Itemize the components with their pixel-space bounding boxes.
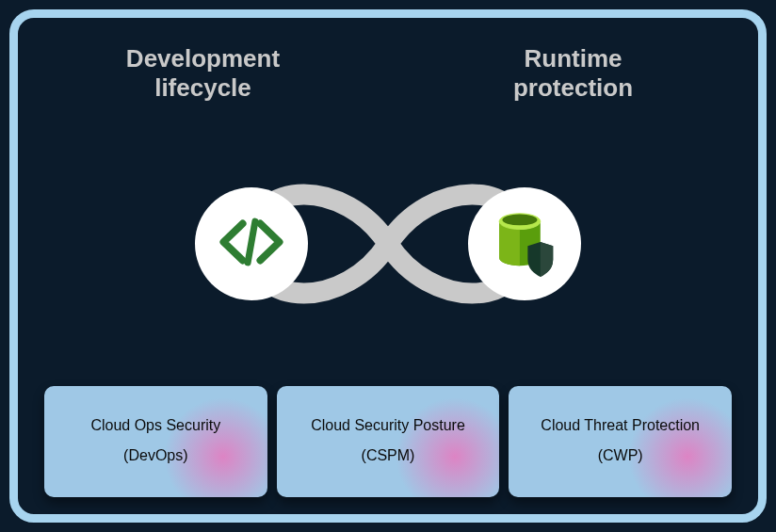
heading-runtime-protection: Runtime protection — [417, 44, 728, 103]
card-title: Cloud Threat Protection — [522, 417, 719, 434]
svg-line-0 — [248, 221, 255, 263]
heading-development-lifecycle: Development lifecycle — [47, 44, 358, 103]
card-cloud-security-posture: Cloud Security Posture (CSPM) — [277, 386, 500, 497]
card-title: Cloud Security Posture — [290, 417, 487, 434]
card-subtitle: (CSPM) — [290, 447, 487, 464]
badge-development — [195, 187, 308, 300]
headings-row: Development lifecycle Runtime protection — [18, 44, 758, 103]
card-cloud-ops-security: Cloud Ops Security (DevOps) — [44, 386, 267, 497]
code-icon — [215, 205, 288, 282]
heading-right-line2: protection — [513, 73, 633, 102]
svg-point-3 — [502, 215, 537, 226]
card-subtitle: (DevOps) — [57, 447, 254, 464]
database-shield-icon — [485, 202, 564, 285]
card-subtitle: (CWP) — [522, 447, 719, 464]
diagram-frame: Development lifecycle Runtime protection — [9, 9, 767, 523]
card-cloud-threat-protection: Cloud Threat Protection (CWP) — [509, 386, 732, 497]
infinity-loop — [143, 121, 633, 366]
heading-left-line2: lifecycle — [154, 73, 251, 102]
heading-right-line1: Runtime — [524, 44, 622, 73]
cards-row: Cloud Ops Security (DevOps) Cloud Securi… — [18, 386, 758, 497]
badge-runtime — [468, 187, 581, 300]
card-title: Cloud Ops Security — [57, 417, 254, 434]
heading-left-line1: Development — [126, 44, 280, 73]
